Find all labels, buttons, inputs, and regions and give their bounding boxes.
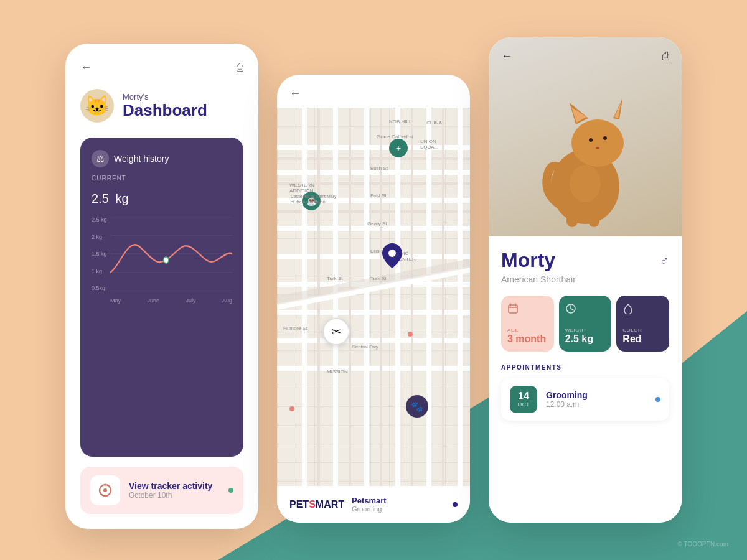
main-location-pin[interactable] — [382, 243, 402, 271]
svg-rect-23 — [588, 208, 599, 227]
svg-point-20 — [603, 136, 607, 140]
gender-icon: ♂ — [660, 254, 669, 268]
tracker-active-dot — [228, 488, 233, 493]
weight-history-card: ⚖ Weight history CURRENT 2.5 kg 2.5 kg 2… — [80, 138, 243, 457]
svg-point-24 — [570, 165, 601, 202]
map-label-nobhill: NOB HILL — [389, 119, 411, 124]
store-type: Grooming — [352, 505, 387, 513]
appointment-type: Grooming — [546, 390, 588, 400]
appointment-date-box: 14 OCT — [510, 386, 537, 413]
weight-card-title: Weight history — [114, 154, 169, 164]
map-label-china: CHINA... — [426, 120, 446, 126]
profile-title: Dashboard — [123, 101, 207, 119]
profile-subtitle: Morty's — [123, 92, 207, 101]
tracker-date: October 10th — [129, 491, 212, 500]
map-label-geary: Geary St — [367, 221, 387, 226]
appointment-dot — [655, 397, 660, 402]
share-icon[interactable]: ⎙ — [237, 61, 243, 74]
map-label-fillmore: Fillmore St — [283, 325, 307, 331]
color-icon — [622, 303, 663, 317]
svg-line-31 — [571, 309, 573, 310]
map-label-turk2: Turk St — [327, 276, 342, 281]
svg-point-7 — [103, 488, 107, 492]
svg-rect-22 — [566, 205, 578, 227]
map-label-unionsq: UNIONSQUA... — [420, 139, 438, 150]
weight-chart: 2.5 kg 2 kg 1.5 kg 1 kg 0.5kg — [92, 217, 232, 304]
svg-point-8 — [105, 484, 106, 486]
pet-name-row: Morty ♂ — [501, 249, 669, 272]
chart-svg-area — [110, 217, 232, 291]
map-bottom-dot — [453, 502, 458, 507]
map-label-mission: MISSION — [327, 369, 348, 375]
cathedral-label: Cathedral of Saint Maryof the Assumption — [291, 194, 337, 205]
pet-profile-screen: ← ⎙ — [489, 37, 682, 523]
profile-back-icon[interactable]: ← — [501, 50, 512, 63]
color-value: Red — [622, 334, 663, 344]
profile-share-icon[interactable]: ⎙ — [662, 50, 669, 63]
tracker-icon — [90, 475, 120, 505]
svg-point-12 — [388, 250, 396, 257]
grooming-marker[interactable]: ✂ — [322, 318, 350, 345]
appointment-day: 14 — [518, 391, 529, 401]
appointments-label: APPOINTMENTS — [501, 364, 669, 371]
chart-x-labels: May June July Aug — [110, 297, 232, 304]
appointment-month: OCT — [518, 401, 530, 408]
appointment-time: 12:00 a.m — [546, 400, 588, 409]
map-label-post: Post St — [370, 193, 387, 198]
pet-breed: American Shorthair — [501, 274, 669, 284]
photo-nav: ← ⎙ — [501, 50, 669, 63]
svg-point-9 — [105, 495, 106, 497]
svg-point-21 — [596, 147, 599, 149]
color-label: COLOR — [622, 327, 663, 333]
map-screen: ← — [277, 75, 470, 523]
svg-rect-25 — [509, 305, 517, 313]
age-icon — [507, 303, 548, 317]
age-stat-card: AGE 3 month — [501, 296, 554, 352]
pet-name: Morty — [501, 249, 555, 272]
tracker-title: View tracker activity — [129, 481, 212, 491]
weight-stat-icon — [565, 303, 606, 317]
tracker-card[interactable]: View tracker activity October 10th — [80, 467, 243, 514]
map-area[interactable]: NOB HILL Grace Cathedral Bush St Post St… — [277, 108, 470, 486]
stats-row: AGE 3 month WEIGHT 2. — [501, 296, 669, 352]
current-weight: 2.5 kg — [92, 183, 232, 207]
vet-marker1[interactable]: + — [389, 139, 408, 157]
weight-stat-card: WEIGHT 2.5 kg — [559, 296, 612, 352]
chart-y-labels: 2.5 kg 2 kg 1.5 kg 1 kg 0.5kg — [92, 217, 107, 291]
svg-point-19 — [589, 138, 593, 142]
current-label: CURRENT — [92, 175, 232, 182]
weight-stat-value: 2.5 kg — [565, 334, 606, 344]
map-nav-bar: ← — [277, 75, 470, 108]
cat-illustration — [517, 62, 654, 236]
svg-point-5 — [164, 257, 169, 263]
back-icon[interactable]: ← — [80, 61, 92, 74]
color-stat-card: COLOR Red — [616, 296, 669, 352]
map-back-icon[interactable]: ← — [289, 87, 301, 100]
pet-info-area: Morty ♂ American Shorthair — [489, 236, 682, 523]
nav-bar-dashboard: ← ⎙ — [80, 61, 243, 74]
pet-photo-area: ← ⎙ — [489, 37, 682, 236]
store-name: Petsmart — [352, 496, 387, 505]
svg-point-14 — [571, 119, 624, 167]
map-label-bush: Bush St — [370, 166, 388, 171]
map-label-turk: Turk St — [370, 276, 386, 281]
map-bottom-bar: PETSMART Petsmart Grooming — [277, 486, 470, 523]
map-label-centralfwy: Central Fwy — [352, 344, 378, 350]
profile-header: 🐱 Morty's Dashboard — [80, 89, 243, 123]
petstore-marker[interactable]: 🐾 — [406, 395, 428, 418]
avatar: 🐱 — [80, 89, 114, 123]
age-value: 3 month — [507, 334, 548, 344]
weight-stat-label: WEIGHT — [565, 327, 606, 333]
dashboard-screen: ← ⎙ 🐱 Morty's Dashboard ⚖ Weight history… — [65, 44, 258, 529]
petsmart-logo: PETSMART — [289, 499, 344, 510]
weight-icon: ⚖ — [92, 150, 109, 167]
age-label: AGE — [507, 327, 548, 333]
appointment-card[interactable]: 14 OCT Grooming 12:00 a.m — [501, 378, 669, 421]
